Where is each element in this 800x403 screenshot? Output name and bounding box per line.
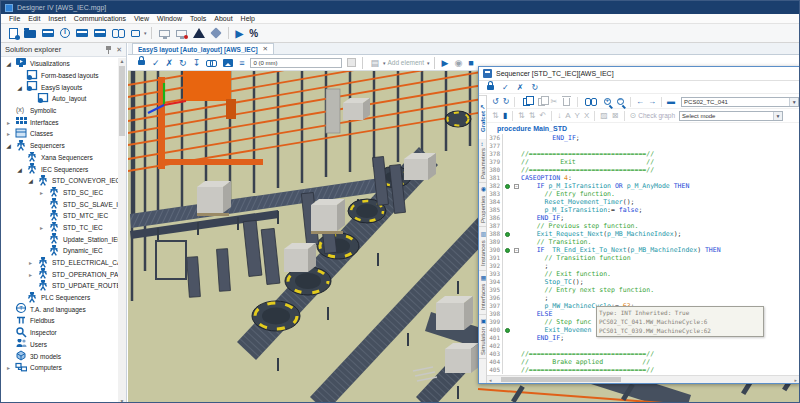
code-line-390[interactable]: 390− IF TR_End_Exit_To_Next(p_MB_Machine…: [487, 246, 799, 254]
step-up-icon[interactable]: ⇅: [518, 111, 525, 120]
code-hscrollbar[interactable]: ◂ ▸: [487, 375, 799, 383]
tree-item-computers[interactable]: ▸Computers: [1, 362, 118, 374]
tree-item-update-station-iec[interactable]: Update_Station_IEC: [1, 233, 118, 245]
code-line-381[interactable]: 381CASEOPTION 4:: [487, 174, 799, 182]
sidebar-scrollbar[interactable]: ▲ ▼: [118, 58, 126, 403]
branch-a-icon[interactable]: A: [565, 111, 570, 120]
cancel-icon[interactable]: ✗: [166, 58, 174, 68]
tab-interfaces[interactable]: Interfaces▦: [479, 271, 486, 315]
scrollbar-thumb[interactable]: [119, 66, 125, 136]
record-icon[interactable]: ◉: [454, 58, 462, 68]
code-line-380[interactable]: 380//==============================//: [487, 166, 799, 174]
mode-combo[interactable]: Select mode ▼: [679, 111, 783, 121]
open-project-icon[interactable]: [24, 30, 36, 38]
expand-arrow-icon[interactable]: ▸: [27, 271, 34, 278]
undo-icon[interactable]: ↺: [492, 97, 499, 106]
code-line-385[interactable]: 385 p_M_IsTransition:= false;: [487, 206, 799, 214]
edit-icon[interactable]: ▨: [600, 111, 608, 120]
close-icon[interactable]: ✕: [116, 46, 122, 54]
code-line-396[interactable]: 396 ;: [487, 294, 799, 302]
zoom-in-icon[interactable]: +: [604, 98, 611, 105]
breakpoint-dot[interactable]: [503, 184, 512, 189]
template-card-icon[interactable]: [94, 29, 106, 37]
breakpoint-dot[interactable]: [503, 248, 512, 253]
find-icon[interactable]: [585, 98, 597, 105]
tree-item-std-conveyor-iec[interactable]: ◢STD_CONVEYOR_IEC: [1, 175, 118, 187]
element-box-icon[interactable]: ▤: [370, 58, 379, 68]
collapse-icon[interactable]: ▬: [667, 97, 675, 106]
expand-arrow-icon[interactable]: ▸: [5, 130, 12, 137]
chevron-down-icon[interactable]: ▾: [383, 60, 386, 66]
menu-tools[interactable]: Tools: [186, 15, 210, 22]
copy-icon[interactable]: [523, 98, 530, 106]
lock-icon[interactable]: [138, 60, 145, 65]
tree-item-std-tc-iec[interactable]: ▸STD_TC_IEC: [1, 222, 118, 234]
add-element-button[interactable]: Add element: [387, 59, 424, 66]
tree-item-sequencers[interactable]: ◢Sequencers: [1, 140, 118, 152]
tree-item-inspector[interactable]: Inspector: [1, 327, 118, 339]
scroll-left-icon[interactable]: ◂: [489, 377, 492, 383]
export-icon[interactable]: ▶: [236, 27, 244, 40]
tree-item-std-mtc-iec[interactable]: STD_MTC_IEC: [1, 210, 118, 222]
tree-item-easys-layouts[interactable]: ◢EasyS layouts: [1, 81, 118, 93]
cancel-icon[interactable]: ✗: [517, 83, 524, 92]
code-line-383[interactable]: 383 // Entry function.: [487, 190, 799, 198]
chevron-down-icon[interactable]: ▾: [144, 30, 147, 36]
menu-file[interactable]: File: [5, 15, 24, 22]
navigate-back-icon[interactable]: ←: [636, 97, 644, 106]
tree-item-interfaces[interactable]: ▸Interfaces: [1, 116, 118, 128]
percent-icon[interactable]: %: [249, 27, 258, 40]
tree-item-dynamic-iec[interactable]: Dynamic_IEC: [1, 245, 118, 257]
tree-item-std-sc-slave-iec[interactable]: STD_SC_SLAVE_IEC: [1, 198, 118, 210]
expand-arrow-icon[interactable]: ▸: [38, 189, 45, 196]
code-line-405[interactable]: 405//==============================//: [487, 366, 799, 374]
branch-y-icon[interactable]: Y: [575, 111, 580, 120]
tree-item-symbolic[interactable]: (x)Symbolic: [1, 105, 118, 117]
code-editor[interactable]: 376 END_IF;377378//=====================…: [487, 134, 799, 375]
tab-instances[interactable]: Instances▤: [479, 227, 486, 271]
lock-icon[interactable]: [487, 85, 494, 90]
scroll-down-icon[interactable]: ▼: [118, 398, 126, 403]
project-card-icon[interactable]: [42, 29, 54, 37]
code-line-402[interactable]: 402: [487, 342, 799, 350]
new-project-icon[interactable]: [9, 28, 18, 39]
refresh-icon[interactable]: ↻: [179, 58, 187, 68]
fold-toggle-icon[interactable]: −: [512, 184, 521, 189]
branch-x-icon[interactable]: X: [584, 111, 589, 120]
delete-icon[interactable]: [563, 98, 570, 106]
layers-icon[interactable]: ≡: [239, 58, 244, 68]
expand-arrow-icon[interactable]: ▸: [38, 224, 45, 231]
cut-icon[interactable]: ✂: [550, 97, 557, 106]
snapshot-icon[interactable]: [223, 59, 233, 67]
scroll-right-icon[interactable]: ▸: [795, 377, 798, 383]
code-line-392[interactable]: 392 ;: [487, 262, 799, 270]
collapse-arrow-icon[interactable]: ◢: [16, 166, 23, 173]
block-combo[interactable]: PCS02_TC_041 ▼: [681, 97, 799, 107]
tree-item-t-a-and-languages[interactable]: TT.A. and languages: [1, 303, 118, 315]
menu-window[interactable]: Window: [153, 15, 186, 22]
chevron-down-icon[interactable]: ▾: [427, 60, 430, 66]
menu-edit[interactable]: Edit: [24, 15, 44, 22]
menu-about[interactable]: About: [210, 15, 236, 22]
code-line-391[interactable]: 391 // Transition function: [487, 254, 799, 262]
info-icon[interactable]: [60, 28, 70, 38]
view-options-icon[interactable]: [131, 30, 140, 37]
tree-item-visualizations[interactable]: ◢Visualizations: [1, 58, 118, 70]
code-line-389[interactable]: 389 // Transition.: [487, 238, 799, 246]
tree-item-form-based-layouts[interactable]: Form-based layouts: [1, 70, 118, 82]
expand-arrow-icon[interactable]: ▸: [5, 364, 12, 371]
navigate-forward-icon[interactable]: →: [648, 97, 656, 106]
check-graph-icon[interactable]: ⊙: [630, 111, 637, 120]
menu-help[interactable]: Help: [237, 15, 259, 22]
code-line-395[interactable]: 395 // Entry next step function.: [487, 286, 799, 294]
play-icon[interactable]: ▶: [442, 58, 449, 68]
breakpoint-dot[interactable]: [503, 328, 512, 333]
tree-item-auto-layout[interactable]: Auto_layout: [1, 93, 118, 105]
pin-icon[interactable]: [106, 46, 111, 54]
code-line-386[interactable]: 386 END_IF;: [487, 214, 799, 222]
step-down-icon[interactable]: ⇅: [529, 111, 536, 120]
expand-arrow-icon[interactable]: ▸: [5, 119, 12, 126]
tree-item-classes[interactable]: ▸Classes: [1, 128, 118, 140]
monitor-online-icon[interactable]: [159, 30, 170, 37]
code-line-393[interactable]: 393 // Exit function.: [487, 270, 799, 278]
